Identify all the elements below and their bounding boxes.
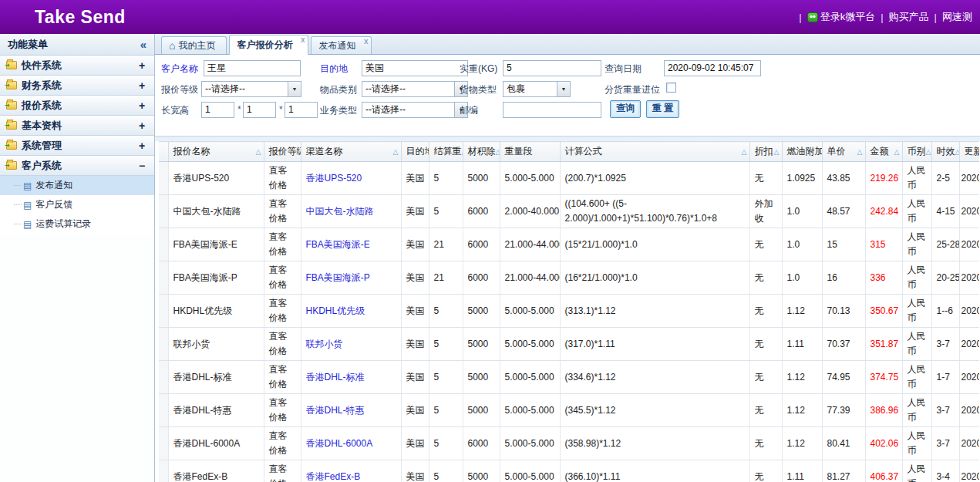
header-cell-updated[interactable]: 更新: [959, 142, 979, 162]
row-selector-cell: [159, 261, 168, 295]
sidebar-item-system-management[interactable]: 系统管理+: [0, 136, 154, 156]
sidebar-collapse-icon[interactable]: «: [140, 38, 146, 51]
channel-link[interactable]: FBA美国海派-P: [306, 272, 370, 283]
banner-link[interactable]: 购买产品: [889, 10, 929, 24]
header-cell-quote-name[interactable]: 报价名称△: [168, 142, 264, 162]
collapse-toggle-icon[interactable]: −: [137, 160, 146, 172]
cell-discount: 无: [749, 261, 782, 295]
width-input[interactable]: 1: [243, 102, 276, 118]
header-cell-inner: 报价名称△: [169, 145, 264, 158]
sidebar-item-express-system[interactable]: 快件系统+: [0, 56, 154, 76]
header-cell-amount[interactable]: 金额△: [865, 142, 902, 162]
header-cell-discount[interactable]: 折扣△: [749, 142, 782, 162]
sort-icon[interactable]: △: [774, 148, 780, 156]
sidebar-subitem-freight-trial-records[interactable]: ▤运费试算记录: [0, 214, 154, 234]
cell-discount: 无: [749, 228, 782, 261]
expand-toggle-icon[interactable]: +: [137, 79, 146, 92]
header-cell-unit-price[interactable]: 单价△: [822, 142, 865, 162]
header-cell-fuel-surcharge[interactable]: 燃油附加△: [782, 142, 822, 162]
cell-channel: HKDHL优先级: [301, 295, 401, 328]
sidebar-item-customer-system[interactable]: 客户系统−: [0, 156, 154, 176]
tab-home[interactable]: ⌂我的主页: [161, 36, 227, 54]
channel-link[interactable]: 香港DHL-6000A: [306, 438, 373, 449]
app-logo: Take Send: [35, 7, 126, 28]
header-cell-weight-range[interactable]: 重量段: [500, 142, 560, 162]
channel-link[interactable]: 香港FedEx-B: [306, 471, 361, 482]
channel-link[interactable]: 香港DHL-标准: [306, 372, 365, 383]
top-banner: Take Send |登录k微平台|购买产品|网速测: [0, 0, 980, 34]
destination-label: 目的地: [320, 62, 348, 76]
sidebar-menu: 快件系统+财务系统+报价系统+基本资料+系统管理+客户系统−▤发布通知▤客户反馈…: [0, 56, 154, 234]
sidebar-item-basic-data[interactable]: 基本资料+: [0, 116, 154, 136]
sidebar-item-finance-system[interactable]: 财务系统+: [0, 76, 154, 96]
destination-input[interactable]: 美国: [362, 60, 468, 76]
cell-grade: 直客价格: [264, 228, 301, 261]
query-button[interactable]: 查询: [610, 100, 641, 118]
close-icon[interactable]: x: [364, 38, 369, 46]
sidebar-subitem-customer-feedback[interactable]: ▤客户反馈: [0, 195, 154, 214]
split-weight-carry-checkbox[interactable]: [666, 83, 676, 93]
cell-updated: 2020: [959, 261, 979, 295]
customer-name-input[interactable]: 王星: [204, 60, 301, 76]
sort-icon[interactable]: △: [462, 148, 463, 156]
sort-icon[interactable]: △: [742, 148, 747, 156]
expand-toggle-icon[interactable]: +: [137, 140, 146, 152]
sidebar-subitem-publish-notice[interactable]: ▤发布通知: [0, 176, 154, 195]
length-input[interactable]: 1: [201, 102, 234, 118]
tab-publish-notice[interactable]: 发布通知x: [311, 36, 372, 54]
query-date-input[interactable]: 2020-09-02 10:45:07: [664, 60, 761, 76]
header-cell-settle-weight[interactable]: 结算重△: [429, 142, 463, 162]
sort-icon[interactable]: △: [496, 148, 500, 156]
channel-link[interactable]: HKDHL优先级: [306, 305, 365, 316]
sort-icon[interactable]: △: [393, 148, 399, 156]
header-cell-inner: 结算重△: [429, 145, 463, 158]
channel-link[interactable]: 香港UPS-520: [306, 173, 362, 184]
sort-icon[interactable]: △: [256, 148, 261, 156]
sidebar-item-quote-system[interactable]: 报价系统+: [0, 96, 154, 116]
tab-customer-quote-analysis[interactable]: 客户报价分析x: [229, 35, 308, 55]
header-cell-transit-time[interactable]: 时效△: [931, 142, 959, 162]
expand-toggle-icon[interactable]: +: [137, 99, 146, 112]
header-cell-currency[interactable]: 币别△: [902, 142, 931, 162]
weight-input[interactable]: 5: [503, 60, 601, 76]
channel-link[interactable]: 联邦小货: [306, 339, 343, 349]
sort-icon[interactable]: △: [857, 148, 863, 156]
expand-toggle-icon[interactable]: +: [137, 59, 146, 72]
cell-transit-time: 4-15: [931, 195, 959, 228]
header-cell-quote-grade[interactable]: 报价等级△: [264, 142, 301, 162]
cell-amount: 315: [865, 228, 902, 261]
cargo-type-select[interactable]: 包裹: [503, 81, 571, 97]
dropdown-arrow-icon[interactable]: [288, 82, 301, 96]
channel-link[interactable]: 香港DHL-特惠: [306, 405, 365, 416]
quote-table: 报价名称△报价等级△渠道名称△目的地△结算重△材积除△重量段计算公式△折扣△燃油…: [159, 141, 979, 482]
sort-icon[interactable]: △: [894, 148, 900, 156]
close-icon[interactable]: x: [301, 36, 305, 44]
banner-link[interactable]: 网速测: [942, 10, 972, 24]
business-type-select[interactable]: --请选择--: [362, 102, 468, 118]
cell-volume-divisor: 5000: [463, 361, 500, 394]
header-cell-destination[interactable]: 目的地△: [401, 142, 429, 162]
height-input[interactable]: 1: [285, 102, 318, 118]
postcode-input[interactable]: [503, 102, 601, 118]
header-label: 金额: [871, 145, 889, 158]
sort-icon[interactable]: △: [926, 148, 931, 156]
dropdown-arrow-icon[interactable]: [557, 82, 570, 96]
header-label: 单价: [827, 145, 846, 158]
header-cell-volume-divisor[interactable]: 材积除△: [463, 142, 500, 162]
cell-transit-time: 25-28: [931, 228, 959, 261]
cargo-type-label: 货物类型: [460, 83, 497, 96]
cell-discount: 无: [749, 361, 782, 394]
sidebar-header: 功能菜单 «: [0, 34, 154, 56]
quote-grade-select[interactable]: --请选择--: [201, 81, 301, 97]
sort-icon[interactable]: △: [955, 148, 959, 156]
channel-link[interactable]: FBA美国海派-E: [306, 239, 370, 250]
row-selector-cell: [159, 328, 168, 361]
expand-toggle-icon[interactable]: +: [137, 120, 146, 132]
item-category-select[interactable]: --请选择--: [362, 81, 468, 97]
channel-link[interactable]: 中国大包-水陆路: [306, 206, 374, 217]
banner-link[interactable]: 登录k微平台: [807, 10, 876, 24]
cell-unit-price: 70.37: [822, 328, 865, 361]
reset-button[interactable]: 重 置: [646, 100, 679, 118]
header-cell-formula[interactable]: 计算公式△: [560, 142, 749, 162]
header-cell-channel-name[interactable]: 渠道名称△: [301, 142, 401, 162]
